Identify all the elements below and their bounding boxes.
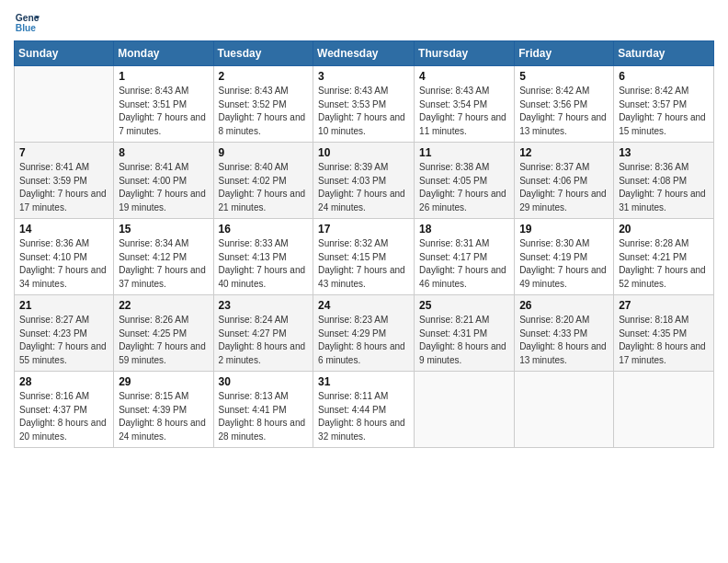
day-number: 13 xyxy=(619,146,709,159)
day-info: Sunrise: 8:33 AMSunset: 4:13 PMDaylight:… xyxy=(219,237,309,291)
day-info: Sunrise: 8:34 AMSunset: 4:12 PMDaylight:… xyxy=(119,237,208,291)
calendar-cell: 25Sunrise: 8:21 AMSunset: 4:31 PMDayligh… xyxy=(415,295,515,372)
day-info: Sunrise: 8:40 AMSunset: 4:02 PMDaylight:… xyxy=(219,161,309,214)
calendar-cell: 23Sunrise: 8:24 AMSunset: 4:27 PMDayligh… xyxy=(213,295,313,372)
calendar-cell: 12Sunrise: 8:37 AMSunset: 4:06 PMDayligh… xyxy=(515,143,614,219)
day-number: 12 xyxy=(519,146,609,159)
calendar-cell: 13Sunrise: 8:36 AMSunset: 4:08 PMDayligh… xyxy=(614,143,714,219)
day-number: 26 xyxy=(519,299,609,312)
day-number: 11 xyxy=(419,146,509,159)
svg-text:General: General xyxy=(16,13,40,23)
day-info: Sunrise: 8:16 AMSunset: 4:37 PMDaylight:… xyxy=(19,390,108,443)
calendar-week-row: 14Sunrise: 8:36 AMSunset: 4:10 PMDayligh… xyxy=(15,219,714,295)
day-number: 22 xyxy=(119,299,208,312)
day-number: 14 xyxy=(19,223,108,236)
day-number: 24 xyxy=(318,299,409,312)
calendar-week-row: 7Sunrise: 8:41 AMSunset: 3:59 PMDaylight… xyxy=(15,143,714,219)
day-number: 30 xyxy=(219,375,309,388)
day-info: Sunrise: 8:11 AMSunset: 4:44 PMDaylight:… xyxy=(318,390,409,443)
day-info: Sunrise: 8:38 AMSunset: 4:05 PMDaylight:… xyxy=(419,161,509,214)
day-number: 31 xyxy=(318,375,409,388)
column-header-monday: Monday xyxy=(114,41,213,66)
calendar-cell xyxy=(15,66,114,143)
day-info: Sunrise: 8:43 AMSunset: 3:52 PMDaylight:… xyxy=(219,85,309,138)
calendar-cell: 17Sunrise: 8:32 AMSunset: 4:15 PMDayligh… xyxy=(313,219,415,295)
day-info: Sunrise: 8:37 AMSunset: 4:06 PMDaylight:… xyxy=(519,161,609,214)
day-number: 29 xyxy=(119,375,208,388)
day-info: Sunrise: 8:41 AMSunset: 3:59 PMDaylight:… xyxy=(19,161,108,214)
calendar-cell: 2Sunrise: 8:43 AMSunset: 3:52 PMDaylight… xyxy=(213,66,313,143)
day-info: Sunrise: 8:42 AMSunset: 3:56 PMDaylight:… xyxy=(519,85,609,138)
calendar-cell: 7Sunrise: 8:41 AMSunset: 3:59 PMDaylight… xyxy=(15,143,114,219)
day-number: 21 xyxy=(19,299,108,312)
calendar-week-row: 21Sunrise: 8:27 AMSunset: 4:23 PMDayligh… xyxy=(15,295,714,372)
calendar-cell: 18Sunrise: 8:31 AMSunset: 4:17 PMDayligh… xyxy=(415,219,515,295)
calendar-cell: 9Sunrise: 8:40 AMSunset: 4:02 PMDaylight… xyxy=(213,143,313,219)
day-info: Sunrise: 8:43 AMSunset: 3:54 PMDaylight:… xyxy=(419,85,509,138)
day-info: Sunrise: 8:31 AMSunset: 4:17 PMDaylight:… xyxy=(419,237,509,291)
day-info: Sunrise: 8:43 AMSunset: 3:51 PMDaylight:… xyxy=(119,85,208,138)
day-number: 9 xyxy=(219,146,309,159)
day-info: Sunrise: 8:20 AMSunset: 4:33 PMDaylight:… xyxy=(519,314,609,367)
day-number: 1 xyxy=(119,70,208,83)
day-number: 23 xyxy=(219,299,309,312)
calendar-cell: 21Sunrise: 8:27 AMSunset: 4:23 PMDayligh… xyxy=(15,295,114,372)
column-header-friday: Friday xyxy=(515,41,614,66)
calendar-cell: 30Sunrise: 8:13 AMSunset: 4:41 PMDayligh… xyxy=(213,372,313,448)
column-header-thursday: Thursday xyxy=(415,41,515,66)
day-info: Sunrise: 8:41 AMSunset: 4:00 PMDaylight:… xyxy=(119,161,208,214)
calendar-cell: 4Sunrise: 8:43 AMSunset: 3:54 PMDaylight… xyxy=(415,66,515,143)
day-info: Sunrise: 8:18 AMSunset: 4:35 PMDaylight:… xyxy=(619,314,709,367)
day-number: 8 xyxy=(119,146,208,159)
day-number: 20 xyxy=(619,223,709,236)
calendar-cell: 15Sunrise: 8:34 AMSunset: 4:12 PMDayligh… xyxy=(114,219,213,295)
day-number: 10 xyxy=(318,146,409,159)
day-number: 7 xyxy=(19,146,108,159)
day-info: Sunrise: 8:15 AMSunset: 4:39 PMDaylight:… xyxy=(119,390,208,443)
svg-text:Blue: Blue xyxy=(16,23,37,33)
calendar-week-row: 28Sunrise: 8:16 AMSunset: 4:37 PMDayligh… xyxy=(15,372,714,448)
day-info: Sunrise: 8:32 AMSunset: 4:15 PMDaylight:… xyxy=(318,237,409,291)
day-info: Sunrise: 8:36 AMSunset: 4:10 PMDaylight:… xyxy=(19,237,108,291)
day-info: Sunrise: 8:24 AMSunset: 4:27 PMDaylight:… xyxy=(219,314,309,367)
day-number: 2 xyxy=(219,70,309,83)
calendar-cell: 16Sunrise: 8:33 AMSunset: 4:13 PMDayligh… xyxy=(213,219,313,295)
day-number: 18 xyxy=(419,223,509,236)
day-number: 19 xyxy=(519,223,609,236)
day-number: 28 xyxy=(19,375,108,388)
calendar-header-row: SundayMondayTuesdayWednesdayThursdayFrid… xyxy=(15,41,714,66)
day-number: 6 xyxy=(619,70,709,83)
day-info: Sunrise: 8:23 AMSunset: 4:29 PMDaylight:… xyxy=(318,314,409,367)
logo: General Blue xyxy=(14,9,43,35)
calendar-cell xyxy=(614,372,714,448)
calendar-cell xyxy=(415,372,515,448)
column-header-wednesday: Wednesday xyxy=(313,41,415,66)
calendar-cell: 20Sunrise: 8:28 AMSunset: 4:21 PMDayligh… xyxy=(614,219,714,295)
day-number: 27 xyxy=(619,299,709,312)
day-info: Sunrise: 8:21 AMSunset: 4:31 PMDaylight:… xyxy=(419,314,509,367)
calendar-cell xyxy=(515,372,614,448)
page-header: General Blue xyxy=(14,9,714,35)
day-number: 17 xyxy=(318,223,409,236)
calendar-cell: 10Sunrise: 8:39 AMSunset: 4:03 PMDayligh… xyxy=(313,143,415,219)
calendar-cell: 27Sunrise: 8:18 AMSunset: 4:35 PMDayligh… xyxy=(614,295,714,372)
day-info: Sunrise: 8:28 AMSunset: 4:21 PMDaylight:… xyxy=(619,237,709,291)
day-info: Sunrise: 8:26 AMSunset: 4:25 PMDaylight:… xyxy=(119,314,208,367)
calendar-cell: 1Sunrise: 8:43 AMSunset: 3:51 PMDaylight… xyxy=(114,66,213,143)
calendar-cell: 24Sunrise: 8:23 AMSunset: 4:29 PMDayligh… xyxy=(313,295,415,372)
day-number: 5 xyxy=(519,70,609,83)
day-info: Sunrise: 8:39 AMSunset: 4:03 PMDaylight:… xyxy=(318,161,409,214)
day-info: Sunrise: 8:30 AMSunset: 4:19 PMDaylight:… xyxy=(519,237,609,291)
calendar-cell: 6Sunrise: 8:42 AMSunset: 3:57 PMDaylight… xyxy=(614,66,714,143)
column-header-tuesday: Tuesday xyxy=(213,41,313,66)
day-number: 4 xyxy=(419,70,509,83)
day-number: 3 xyxy=(318,70,409,83)
day-info: Sunrise: 8:43 AMSunset: 3:53 PMDaylight:… xyxy=(318,85,409,138)
day-info: Sunrise: 8:36 AMSunset: 4:08 PMDaylight:… xyxy=(619,161,709,214)
calendar-cell: 22Sunrise: 8:26 AMSunset: 4:25 PMDayligh… xyxy=(114,295,213,372)
day-info: Sunrise: 8:13 AMSunset: 4:41 PMDaylight:… xyxy=(219,390,309,443)
day-number: 16 xyxy=(219,223,309,236)
calendar-table: SundayMondayTuesdayWednesdayThursdayFrid… xyxy=(14,40,714,448)
calendar-cell: 8Sunrise: 8:41 AMSunset: 4:00 PMDaylight… xyxy=(114,143,213,219)
calendar-cell: 26Sunrise: 8:20 AMSunset: 4:33 PMDayligh… xyxy=(515,295,614,372)
